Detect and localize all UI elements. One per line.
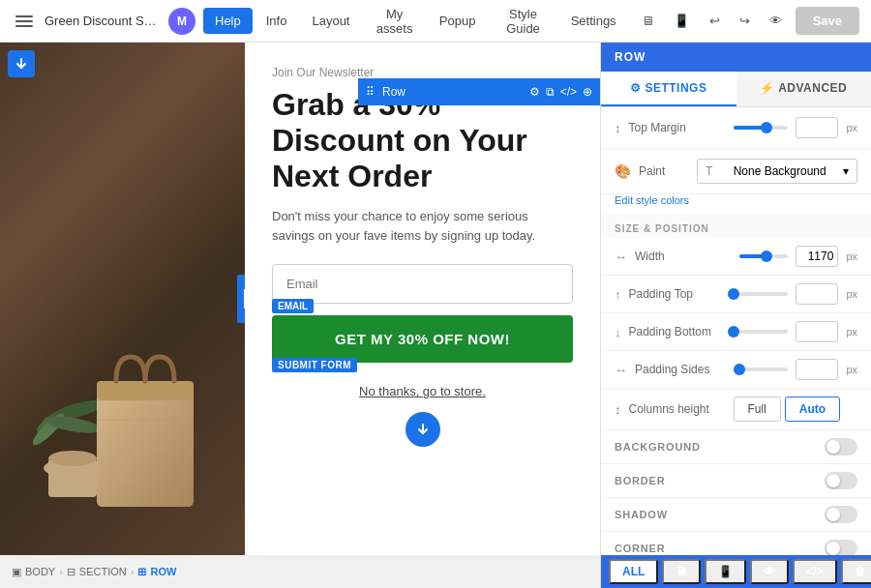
bottom-row: ▣ BODY › ⊟ SECTION › ⊞ ROW ALL 🖥 📱 👁 </>… — [0, 555, 871, 588]
shadow-toggle-row: SHADOW — [601, 498, 871, 532]
bot-tab-code[interactable]: </> — [793, 559, 836, 584]
padding-bottom-icon: ↓ — [615, 325, 621, 339]
nav-help[interactable]: Help — [203, 8, 253, 34]
nav-myassets[interactable]: My assets — [363, 1, 425, 42]
row-more-icon[interactable]: ⊕ — [583, 85, 592, 99]
padding-top-label: Padding Top — [629, 287, 726, 301]
bot-tab-all[interactable]: ALL — [609, 559, 658, 584]
padding-sides-input[interactable] — [796, 359, 838, 380]
padding-bottom-input[interactable] — [796, 321, 838, 342]
cta-button[interactable]: GET MY 30% OFF NOW! SUBMIT FORM — [272, 315, 573, 363]
tab-advanced[interactable]: ⚡ ADVANCED — [736, 72, 872, 106]
padding-top-input[interactable] — [796, 283, 838, 305]
bot-tab-mobile[interactable]: 📱 — [705, 559, 746, 584]
svg-rect-9 — [97, 381, 194, 400]
nav-popup[interactable]: Popup — [428, 8, 488, 34]
blue-circle-btn[interactable] — [405, 412, 440, 447]
border-toggle[interactable] — [825, 472, 857, 489]
paint-row: 🎨 Paint T None Background ▾ — [601, 149, 871, 194]
padding-bottom-unit: px — [846, 326, 857, 338]
padding-bottom-slider[interactable] — [734, 330, 789, 334]
padding-sides-slider[interactable] — [739, 368, 788, 371]
corner-toggle[interactable] — [825, 540, 857, 555]
padding-top-row: ↑ Padding Top px — [601, 276, 871, 313]
edit-style-link[interactable]: Edit style colors — [601, 194, 871, 214]
columns-height-full[interactable]: Full — [734, 397, 781, 422]
cta-label: GET MY 30% OFF NOW! — [335, 331, 510, 347]
nav-info[interactable]: Info — [255, 8, 299, 34]
top-margin-input[interactable] — [796, 117, 838, 138]
breadcrumb-section[interactable]: ⊟ SECTION — [67, 566, 127, 578]
email-badge: EMAIL — [272, 299, 314, 313]
background-toggle-knob — [826, 440, 840, 454]
topbar-left: Green Discount Squee... M — [12, 8, 195, 35]
bottom-right: ALL 🖥 📱 👁 </> 🗑 — [600, 555, 871, 588]
shopping-bag-illustration — [29, 207, 203, 536]
hamburger-menu[interactable] — [12, 12, 37, 31]
top-margin-slider[interactable] — [734, 126, 789, 130]
paint-icon: 🎨 — [615, 163, 631, 179]
no-thanks-link[interactable]: No thanks, go to store. — [272, 384, 573, 398]
right-panel-tabs: ⚙ SETTINGS ⚡ ADVANCED — [601, 72, 871, 107]
submit-badge: SUBMIT FORM — [272, 358, 357, 372]
site-name[interactable]: Green Discount Squee... — [45, 14, 161, 28]
columns-height-auto[interactable]: Auto — [785, 397, 840, 422]
undo-btn[interactable]: ↩ — [704, 10, 726, 32]
email-input[interactable] — [272, 264, 573, 304]
scroll-indicator[interactable] — [237, 275, 245, 323]
width-label: Width — [635, 250, 732, 263]
bot-tab-delete[interactable]: 🗑 — [841, 559, 871, 584]
panel-body: ↕ Top Margin px 🎨 Paint T None Backgroun… — [601, 107, 871, 555]
top-margin-unit: px — [846, 122, 857, 133]
padding-top-slider[interactable] — [734, 292, 789, 296]
width-slider[interactable] — [739, 254, 788, 258]
topbar-nav: Help Info Layout My assets Popup Style G… — [203, 1, 628, 42]
newsletter-label: Join Our Newsletter — [272, 66, 573, 79]
breadcrumb-body[interactable]: ▣ BODY — [12, 566, 55, 578]
avatar[interactable]: M — [168, 8, 195, 35]
breadcrumb-sep-2: › — [131, 566, 135, 577]
paint-dropdown[interactable]: T None Background ▾ — [697, 159, 857, 184]
bot-tab-desktop[interactable]: 🖥 — [662, 559, 701, 584]
paint-label: Paint — [639, 164, 689, 178]
columns-height-icon: ↕ — [615, 402, 621, 417]
top-margin-label: Top Margin — [629, 121, 726, 134]
redo-btn[interactable]: ↪ — [734, 10, 756, 32]
row-code-icon[interactable]: </> — [560, 85, 577, 99]
svg-point-6 — [48, 451, 97, 466]
bot-tab-preview[interactable]: 👁 — [750, 559, 789, 584]
row-icon: ⊞ — [137, 566, 146, 578]
nav-settings[interactable]: Settings — [559, 8, 628, 34]
nav-styleguide[interactable]: Style Guide — [489, 1, 556, 42]
shadow-label: SHADOW — [615, 509, 817, 520]
columns-height-row: ↕ Columns height Full Auto — [601, 389, 871, 430]
save-button[interactable]: Save — [796, 7, 859, 35]
top-margin-icon: ↕ — [615, 121, 621, 135]
row-label: Row — [382, 85, 405, 99]
tab-settings[interactable]: ⚙ SETTINGS — [601, 72, 736, 106]
paint-value: None Background — [734, 164, 826, 178]
row-breadcrumb-label: ROW — [150, 566, 176, 577]
main-layout: ⠿ Row ⚙ ⧉ </> ⊕ — [0, 43, 871, 555]
corner-toggle-row: CORNER — [601, 532, 871, 555]
row-settings-icon[interactable]: ⚙ — [529, 85, 540, 99]
section-icon: ⊟ — [67, 566, 75, 578]
right-panel: ROW ⚙ SETTINGS ⚡ ADVANCED ↕ Top Margin — [600, 43, 871, 555]
breadcrumb-sep-1: › — [59, 566, 63, 577]
row-toolbar-icons: ⚙ ⧉ </> ⊕ — [529, 85, 592, 99]
desktop-icon-btn[interactable]: 🖥 — [636, 10, 660, 32]
topbar-right: 🖥 📱 ↩ ↪ 👁 Save — [636, 7, 859, 35]
shadow-toggle[interactable] — [825, 506, 857, 523]
background-toggle-row: BACKGROUND — [601, 430, 871, 464]
row-toolbar: ⠿ Row ⚙ ⧉ </> ⊕ — [358, 78, 600, 105]
width-input[interactable] — [796, 246, 838, 267]
row-duplicate-icon[interactable]: ⧉ — [546, 85, 555, 99]
preview-btn[interactable]: 👁 — [764, 10, 788, 32]
nav-layout[interactable]: Layout — [300, 8, 361, 34]
breadcrumb-row[interactable]: ⊞ ROW — [137, 566, 176, 578]
padding-bottom-row: ↓ Padding Bottom px — [601, 313, 871, 351]
down-arrow-btn[interactable] — [8, 50, 35, 77]
mobile-icon-btn[interactable]: 📱 — [668, 10, 696, 32]
padding-sides-unit: px — [846, 364, 857, 375]
background-toggle[interactable] — [825, 438, 857, 456]
